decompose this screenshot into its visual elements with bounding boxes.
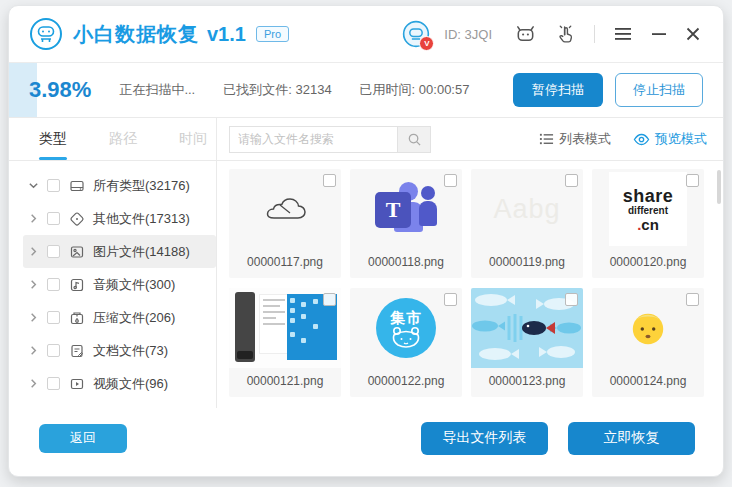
file-checkbox[interactable]	[323, 293, 336, 306]
cloud-icon	[262, 194, 308, 224]
scan-status-bar: 3.98% 正在扫描中... 已找到文件: 32134 已用时间: 00:00:…	[9, 63, 723, 118]
menu-button[interactable]	[611, 23, 635, 45]
document-file-icon	[68, 342, 85, 359]
bear-face-icon	[389, 325, 423, 349]
vip-badge: V	[419, 36, 434, 51]
minimize-icon	[651, 26, 667, 42]
file-tile[interactable]: 00000123.png	[471, 288, 583, 397]
tree-item-archive-files[interactable]: 压缩文件(206)	[23, 301, 216, 334]
chevron-right-icon[interactable]	[27, 279, 39, 291]
scrollbar-thumb[interactable]	[717, 170, 721, 204]
file-checkbox[interactable]	[323, 174, 336, 187]
file-tile[interactable]: 00000117.png	[229, 169, 341, 278]
app-logo-robot-icon	[29, 17, 63, 51]
tree-checkbox[interactable]	[47, 179, 60, 192]
tree-item-other-files[interactable]: 其他文件(17313)	[23, 202, 216, 235]
file-checkbox[interactable]	[444, 293, 457, 306]
image-file-icon	[68, 243, 85, 260]
tab-type[interactable]: 类型	[39, 118, 67, 160]
title-bar: 小白数据恢复 v1.1 Pro V ID: 3JQI	[9, 6, 723, 63]
tab-path[interactable]: 路径	[109, 118, 137, 160]
elapsed-time-label: 已用时间: 00:00:57	[360, 81, 470, 99]
file-name: 00000120.png	[592, 249, 704, 275]
tree-item-label: 压缩文件(206)	[93, 309, 175, 327]
list-mode-icon	[539, 132, 554, 146]
recover-now-button[interactable]: 立即恢复	[568, 422, 695, 455]
tree-item-video-files[interactable]: 视频文件(96)	[23, 367, 216, 400]
drive-icon	[68, 177, 85, 194]
preview-mode-label: 预览模式	[655, 130, 707, 148]
video-file-icon	[68, 375, 85, 392]
stop-scan-button[interactable]: 停止扫描	[615, 73, 703, 107]
chevron-down-icon[interactable]	[27, 180, 39, 192]
tree-item-audio-files[interactable]: 音频文件(300)	[23, 268, 216, 301]
search-button[interactable]	[397, 126, 431, 153]
titlebar-divider	[594, 25, 595, 43]
tree-checkbox[interactable]	[47, 245, 60, 258]
minimize-button[interactable]	[649, 24, 669, 44]
search-icon	[407, 132, 422, 147]
tree-item-image-files[interactable]: 图片文件(14188)	[23, 235, 216, 268]
robot-icon	[514, 23, 537, 46]
audio-file-icon	[68, 276, 85, 293]
tree-item-all-types[interactable]: 所有类型(32176)	[23, 169, 216, 202]
file-tile[interactable]: share different .cn 00000120.png	[592, 169, 704, 278]
back-button[interactable]: 返回	[39, 424, 127, 453]
file-checkbox[interactable]	[565, 174, 578, 187]
tree-item-label: 图片文件(14188)	[93, 243, 190, 261]
tab-time[interactable]: 时间	[179, 118, 207, 160]
file-tile[interactable]: 00000121.png	[229, 288, 341, 397]
file-browser-panel: 列表模式 预览模式	[217, 118, 723, 408]
share-logo-line2: different	[628, 206, 668, 216]
pause-scan-button[interactable]: 暂停扫描	[513, 73, 603, 107]
file-tile[interactable]: 00000124.png	[592, 288, 704, 397]
chevron-right-icon[interactable]	[27, 312, 39, 324]
chevron-right-icon[interactable]	[27, 213, 39, 225]
file-tile[interactable]: 集市 00000122.png	[350, 288, 462, 397]
scan-percent: 3.98%	[29, 77, 91, 103]
teams-letter: T	[386, 197, 401, 223]
export-file-list-button[interactable]: 导出文件列表	[421, 422, 548, 455]
child-emoji-icon	[629, 309, 667, 347]
tree-checkbox[interactable]	[47, 278, 60, 291]
close-icon	[685, 26, 701, 42]
close-button[interactable]	[683, 24, 703, 44]
hamburger-menu-icon	[613, 25, 633, 43]
tree-item-label: 其他文件(17313)	[93, 210, 190, 228]
desktop-background: 小白数据恢复 v1.1 Pro V ID: 3JQI	[0, 0, 732, 487]
list-mode-toggle[interactable]: 列表模式	[539, 130, 611, 148]
file-name: 00000124.png	[592, 368, 704, 394]
file-checkbox[interactable]	[565, 293, 578, 306]
file-name: 00000118.png	[350, 249, 462, 275]
file-tile[interactable]: T 00000118.png	[350, 169, 462, 278]
file-type-tree: 所有类型(32176) 其他文件(17313) 图片文件(14188)	[9, 161, 216, 400]
file-name: 00000123.png	[471, 368, 583, 394]
file-checkbox[interactable]	[686, 293, 699, 306]
share-logo-line1: share	[623, 187, 674, 205]
tree-checkbox[interactable]	[47, 344, 60, 357]
file-name: 00000121.png	[229, 368, 341, 394]
file-checkbox[interactable]	[444, 174, 457, 187]
file-tile[interactable]: Aabg 00000119.png	[471, 169, 583, 278]
list-mode-label: 列表模式	[559, 130, 611, 148]
chevron-right-icon[interactable]	[27, 378, 39, 390]
preview-mode-toggle[interactable]: 预览模式	[633, 130, 707, 148]
user-avatar[interactable]: V	[402, 20, 430, 48]
other-file-icon	[68, 210, 85, 227]
tree-checkbox[interactable]	[47, 212, 60, 225]
tree-item-label: 所有类型(32176)	[93, 177, 190, 195]
file-checkbox[interactable]	[686, 174, 699, 187]
hand-pointer-icon	[555, 23, 576, 45]
robot-assistant-button[interactable]	[512, 21, 539, 48]
chevron-right-icon[interactable]	[27, 345, 39, 357]
tree-item-document-files[interactable]: 文档文件(73)	[23, 334, 216, 367]
tab-bar: 类型 路径 时间	[9, 118, 216, 161]
chevron-right-icon[interactable]	[27, 246, 39, 258]
tree-checkbox[interactable]	[47, 311, 60, 324]
footer-bar: 返回 导出文件列表 立即恢复	[9, 408, 723, 476]
click-tutorial-button[interactable]	[553, 21, 578, 47]
tree-checkbox[interactable]	[47, 377, 60, 390]
file-name: 00000117.png	[229, 249, 341, 275]
search-input[interactable]	[229, 126, 397, 153]
file-grid: 00000117.png T 00000118.png	[217, 161, 723, 397]
